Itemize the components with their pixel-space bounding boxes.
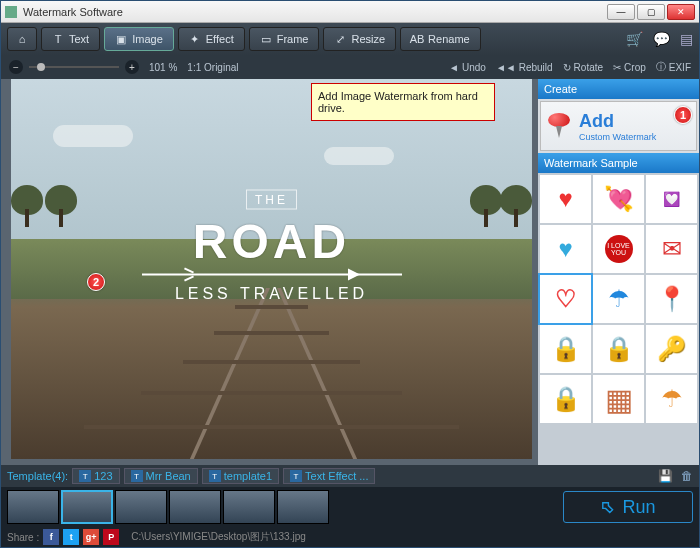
sample-header: Watermark Sample (538, 153, 699, 173)
maximize-button[interactable]: ▢ (637, 4, 665, 20)
add-title: Add (579, 111, 656, 132)
rename-icon: AB (411, 33, 423, 45)
frame-icon: ▭ (260, 33, 272, 45)
side-panel: Create Add Custom Watermark 1 Watermark … (538, 79, 699, 465)
save-template-icon[interactable]: 💾 (658, 469, 673, 483)
sample-lock-gold[interactable]: 🔒 (540, 325, 591, 373)
overlay-arrow-icon (142, 269, 402, 281)
sample-iloveyou[interactable]: I LOVE YOU (593, 225, 644, 273)
titlebar: Watermark Software — ▢ ✕ (1, 1, 699, 23)
share-google-icon[interactable]: g+ (83, 529, 99, 545)
crop-button[interactable]: ✂Crop (613, 60, 646, 74)
tab-rename-label: Rename (428, 33, 470, 45)
zoom-value: 101 % (149, 62, 177, 73)
watermark-overlay[interactable]: THE ROAD LESS TRAVELLED (142, 190, 402, 303)
menu-icon[interactable]: ▤ (680, 31, 693, 47)
tab-effect[interactable]: ✦Effect (178, 27, 245, 51)
callout-badge-1: 1 (674, 106, 692, 124)
canvas[interactable]: THE ROAD LESS TRAVELLED 2 Add Image Wate… (1, 79, 538, 465)
thumbnail[interactable] (169, 490, 221, 524)
sample-envelope[interactable]: ✉ (646, 225, 697, 273)
delete-template-icon[interactable]: 🗑 (681, 469, 693, 483)
zoom-bar: − + 101 % 1:1 Original ◄Undo ◄◄Rebuild ↻… (1, 55, 699, 79)
zoom-out-button[interactable]: − (9, 60, 23, 74)
overlay-less: LESS TRAVELLED (142, 285, 402, 303)
create-header: Create (538, 79, 699, 99)
sample-umbrella-orange[interactable]: ☂ (646, 375, 697, 423)
template-item[interactable]: TMrr Bean (124, 468, 198, 484)
share-pinterest-icon[interactable]: P (103, 529, 119, 545)
tab-image-label: Image (132, 33, 163, 45)
sample-brick-wall[interactable]: ▦ (593, 375, 644, 423)
app-icon (5, 6, 17, 18)
file-path: C:\Users\YIMIGE\Desktop\图片\133.jpg (131, 530, 306, 544)
exif-button[interactable]: ⓘEXIF (656, 60, 691, 74)
rotate-button[interactable]: ↻Rotate (563, 60, 603, 74)
main-area: THE ROAD LESS TRAVELLED 2 Add Image Wate… (1, 79, 699, 465)
help-icon[interactable]: 💬 (653, 31, 670, 47)
app-window: Watermark Software — ▢ ✕ ⌂ TText ▣Image … (0, 0, 700, 548)
overlay-the: THE (246, 190, 297, 210)
minimize-button[interactable]: — (607, 4, 635, 20)
sample-grid: ♥ 💘 💟 ♥ I LOVE YOU ✉ ♡ ☂ 📍 🔒 🔒 🔑 🔒 ▦ ☂ (538, 173, 699, 465)
run-button[interactable]: Run (563, 491, 693, 523)
pushpin-icon (545, 113, 573, 139)
add-subtitle: Custom Watermark (579, 132, 656, 142)
thumbnail[interactable] (7, 490, 59, 524)
sample-wing-heart[interactable]: 💟 (646, 175, 697, 223)
template-label: Template(4): (7, 470, 68, 482)
text-icon: T (52, 33, 64, 45)
sample-blue-heart[interactable]: ♥ (540, 225, 591, 273)
effect-icon: ✦ (189, 33, 201, 45)
tab-rename[interactable]: ABRename (400, 27, 481, 51)
zoom-slider[interactable] (29, 66, 119, 68)
rebuild-button[interactable]: ◄◄Rebuild (496, 60, 553, 74)
tab-frame-label: Frame (277, 33, 309, 45)
cart-icon[interactable]: 🛒 (626, 31, 643, 47)
tab-effect-label: Effect (206, 33, 234, 45)
share-facebook-icon[interactable]: f (43, 529, 59, 545)
callout-badge-2: 2 (87, 273, 105, 291)
image-icon: ▣ (115, 33, 127, 45)
tab-text-label: Text (69, 33, 89, 45)
sample-lock-blue[interactable]: 🔒 (593, 325, 644, 373)
main-toolbar: ⌂ TText ▣Image ✦Effect ▭Frame ⤢Resize AB… (1, 23, 699, 55)
thumbnail[interactable] (61, 490, 113, 524)
resize-icon: ⤢ (334, 33, 346, 45)
share-row: Share : f t g+ P C:\Users\YIMIGE\Desktop… (1, 527, 699, 547)
template-item[interactable]: TText Effect ... (283, 468, 375, 484)
zoom-in-button[interactable]: + (125, 60, 139, 74)
thumbnail[interactable] (223, 490, 275, 524)
tab-resize-label: Resize (351, 33, 385, 45)
sample-heart-outline[interactable]: ♡ (540, 275, 591, 323)
sample-heart[interactable]: ♥ (540, 175, 591, 223)
tab-image[interactable]: ▣Image (104, 27, 174, 51)
share-label: Share : (7, 532, 39, 543)
tab-resize[interactable]: ⤢Resize (323, 27, 396, 51)
sample-pushpin[interactable]: 📍 (646, 275, 697, 323)
zoom-original-button[interactable]: 1:1 Original (187, 62, 238, 73)
sample-key[interactable]: 🔑 (646, 325, 697, 373)
share-twitter-icon[interactable]: t (63, 529, 79, 545)
home-button[interactable]: ⌂ (7, 27, 37, 51)
overlay-road: ROAD (142, 214, 402, 269)
thumbnail[interactable] (277, 490, 329, 524)
home-icon: ⌂ (16, 33, 28, 45)
undo-button[interactable]: ◄Undo (449, 60, 486, 74)
close-button[interactable]: ✕ (667, 4, 695, 20)
tooltip: Add Image Watermark from hard drive. (311, 83, 495, 121)
run-icon (600, 500, 614, 514)
tab-frame[interactable]: ▭Frame (249, 27, 320, 51)
add-watermark-button[interactable]: Add Custom Watermark 1 (540, 101, 697, 151)
thumbnail-row: Run (1, 487, 699, 527)
tab-text[interactable]: TText (41, 27, 100, 51)
sample-lock-silver[interactable]: 🔒 (540, 375, 591, 423)
template-item[interactable]: Ttemplate1 (202, 468, 279, 484)
window-title: Watermark Software (23, 6, 607, 18)
sample-heart-arrow[interactable]: 💘 (593, 175, 644, 223)
sample-umbrella-blue[interactable]: ☂ (593, 275, 644, 323)
template-item[interactable]: T123 (72, 468, 119, 484)
template-row: Template(4): T123 TMrr Bean Ttemplate1 T… (1, 465, 699, 487)
thumbnail[interactable] (115, 490, 167, 524)
preview-image: THE ROAD LESS TRAVELLED (11, 79, 532, 459)
